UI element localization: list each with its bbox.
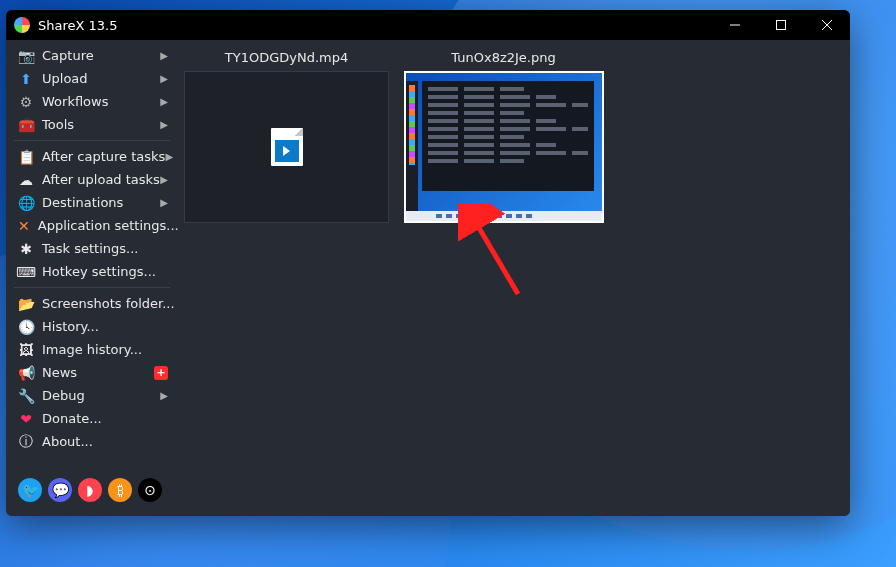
sidebar-item-label: Hotkey settings... (42, 264, 168, 279)
hotkey-settings-icon: ⌨ (18, 264, 34, 280)
sidebar-item-task-settings[interactable]: ✱Task settings... (6, 237, 178, 260)
upload-item[interactable]: TunOx8z2Je.png (401, 50, 606, 223)
upload-item[interactable]: TY1ODGDyNd.mp4 (184, 50, 389, 223)
submenu-chevron-icon: ▶ (160, 174, 168, 185)
capture-icon: 📷 (18, 48, 34, 64)
screenshots-folder-icon: 📂 (18, 296, 34, 312)
sharex-logo-icon (14, 17, 30, 33)
after-upload-tasks-icon: ☁ (18, 172, 34, 188)
separator (14, 287, 170, 288)
history-icon: 🕓 (18, 319, 34, 335)
sidebar-item-label: Workflows (42, 94, 160, 109)
sidebar-item-label: Donate... (42, 411, 168, 426)
submenu-chevron-icon: ▶ (165, 151, 173, 162)
discord-icon[interactable]: 💬 (48, 478, 72, 502)
sidebar-item-label: Tools (42, 117, 160, 132)
sidebar-item-upload[interactable]: ⬆Upload▶ (6, 67, 178, 90)
upload-item-filename: TY1ODGDyNd.mp4 (225, 50, 348, 65)
submenu-chevron-icon: ▶ (160, 96, 168, 107)
sidebar-item-history[interactable]: 🕓History... (6, 315, 178, 338)
sidebar-item-screenshots-folder[interactable]: 📂Screenshots folder... (6, 292, 178, 315)
window-body: 📷Capture▶⬆Upload▶⚙Workflows▶🧰Tools▶📋Afte… (6, 40, 850, 516)
sharex-window: ShareX 13.5 📷Capture▶⬆Upload▶⚙Workflows▶… (6, 10, 850, 516)
sidebar-item-label: Task settings... (42, 241, 168, 256)
submenu-chevron-icon: ▶ (160, 390, 168, 401)
window-title: ShareX 13.5 (38, 18, 712, 33)
screenshot-preview (404, 71, 604, 223)
upload-item-filename: TunOx8z2Je.png (451, 50, 555, 65)
sidebar-item-label: History... (42, 319, 168, 334)
sidebar-item-label: After capture tasks (42, 149, 165, 164)
github-icon[interactable]: ⊙ (138, 478, 162, 502)
news-badge: + (154, 366, 168, 380)
submenu-chevron-icon: ▶ (160, 197, 168, 208)
news-icon: 📢 (18, 365, 34, 381)
sidebar-item-after-capture-tasks[interactable]: 📋After capture tasks▶ (6, 145, 178, 168)
titlebar[interactable]: ShareX 13.5 (6, 10, 850, 40)
about-icon: ⓘ (18, 434, 34, 450)
svg-rect-1 (777, 21, 786, 30)
sidebar-item-label: News (42, 365, 150, 380)
donate-icon: ❤ (18, 411, 34, 427)
sidebar-item-label: After upload tasks (42, 172, 160, 187)
sidebar-item-label: About... (42, 434, 168, 449)
sidebar-item-after-upload-tasks[interactable]: ☁After upload tasks▶ (6, 168, 178, 191)
sidebar-item-workflows[interactable]: ⚙Workflows▶ (6, 90, 178, 113)
sidebar-item-debug[interactable]: 🔧Debug▶ (6, 384, 178, 407)
sidebar-item-image-history[interactable]: 🖼Image history... (6, 338, 178, 361)
image-history-icon: 🖼 (18, 342, 34, 358)
sidebar-item-label: Upload (42, 71, 160, 86)
sidebar-item-label: Screenshots folder... (42, 296, 175, 311)
minimize-button[interactable] (712, 10, 758, 40)
after-capture-tasks-icon: 📋 (18, 149, 34, 165)
sidebar: 📷Capture▶⬆Upload▶⚙Workflows▶🧰Tools▶📋Afte… (6, 40, 178, 516)
upload-item-thumbnail[interactable] (401, 71, 606, 223)
submenu-chevron-icon: ▶ (160, 119, 168, 130)
sidebar-item-about[interactable]: ⓘAbout... (6, 430, 178, 453)
workflows-icon: ⚙ (18, 94, 34, 110)
content-area: TY1ODGDyNd.mp4TunOx8z2Je.png (178, 40, 850, 516)
submenu-chevron-icon: ▶ (160, 73, 168, 84)
debug-icon: 🔧 (18, 388, 34, 404)
bitcoin-icon[interactable]: ₿ (108, 478, 132, 502)
sidebar-item-donate[interactable]: ❤Donate... (6, 407, 178, 430)
video-file-icon (271, 128, 303, 166)
twitter-icon[interactable]: 🐦 (18, 478, 42, 502)
window-controls (712, 10, 850, 40)
sidebar-item-destinations[interactable]: 🌐Destinations▶ (6, 191, 178, 214)
application-settings-icon: ✕ (18, 218, 30, 234)
svg-line-4 (472, 216, 518, 294)
tools-icon: 🧰 (18, 117, 34, 133)
sidebar-item-label: Debug (42, 388, 160, 403)
task-settings-icon: ✱ (18, 241, 34, 257)
social-links: 🐦💬◗₿⊙ (6, 470, 178, 512)
sidebar-item-label: Destinations (42, 195, 160, 210)
sidebar-item-tools[interactable]: 🧰Tools▶ (6, 113, 178, 136)
upload-item-thumbnail[interactable] (184, 71, 389, 223)
sidebar-item-label: Application settings... (38, 218, 179, 233)
sidebar-item-news[interactable]: 📢News+ (6, 361, 178, 384)
sidebar-item-capture[interactable]: 📷Capture▶ (6, 44, 178, 67)
maximize-button[interactable] (758, 10, 804, 40)
separator (14, 140, 170, 141)
sidebar-item-hotkey-settings[interactable]: ⌨Hotkey settings... (6, 260, 178, 283)
destinations-icon: 🌐 (18, 195, 34, 211)
close-button[interactable] (804, 10, 850, 40)
patreon-icon[interactable]: ◗ (78, 478, 102, 502)
sidebar-item-label: Image history... (42, 342, 168, 357)
submenu-chevron-icon: ▶ (160, 50, 168, 61)
sidebar-item-application-settings[interactable]: ✕Application settings... (6, 214, 178, 237)
upload-icon: ⬆ (18, 71, 34, 87)
sidebar-item-label: Capture (42, 48, 160, 63)
